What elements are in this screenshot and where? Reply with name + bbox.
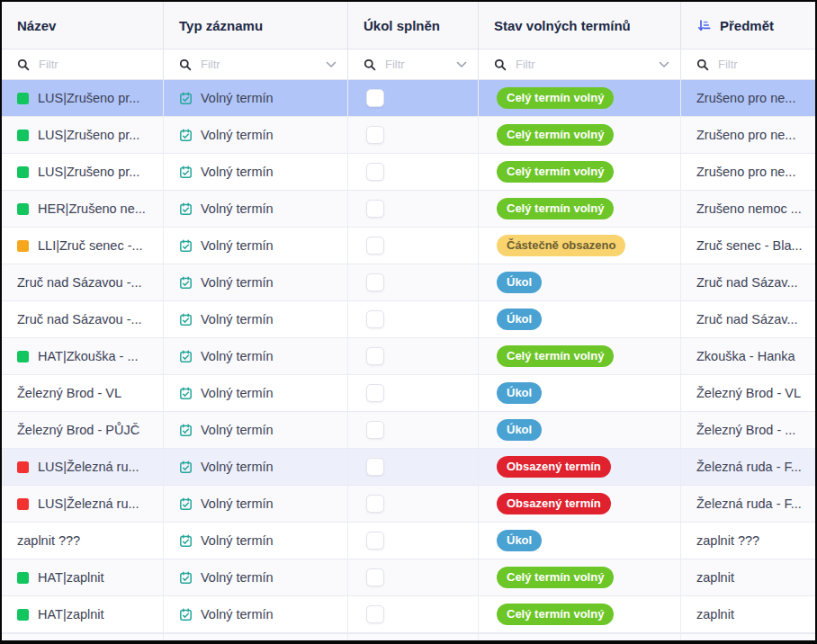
record-subject: Zrušeno pro ne... bbox=[696, 91, 795, 105]
task-checkbox[interactable] bbox=[366, 384, 384, 402]
color-chip bbox=[17, 351, 29, 362]
table-row[interactable]: HER|Zrušeno ne... Volný termín Celý term… bbox=[2, 191, 815, 228]
status-cell: Úkol bbox=[479, 375, 681, 411]
column-header-ukol-splnen[interactable]: Úkol splněn bbox=[348, 2, 479, 49]
task-checkbox[interactable] bbox=[366, 421, 384, 439]
status-cell: Celý termín volný bbox=[479, 80, 681, 116]
task-checkbox[interactable] bbox=[366, 163, 384, 181]
chevron-down-icon[interactable] bbox=[456, 61, 467, 68]
subject-cell: Zrušeno nemoc ... bbox=[681, 191, 815, 227]
task-checkbox[interactable] bbox=[366, 347, 384, 365]
name-cell: LUS|Zrušeno pr... bbox=[2, 80, 164, 116]
status-cell: Obsazený termín bbox=[479, 449, 681, 485]
task-checkbox[interactable] bbox=[366, 273, 384, 291]
type-cell: Volný termín bbox=[164, 301, 348, 337]
search-icon bbox=[696, 58, 709, 71]
task-checkbox[interactable] bbox=[366, 200, 384, 218]
status-badge: Celý termín volný bbox=[497, 198, 614, 219]
table-body: LUS|Zrušeno pr... Volný termín Celý term… bbox=[2, 80, 815, 633]
subject-cell: Železná ruda - F... bbox=[681, 449, 815, 485]
record-name: Zruč nad Sázavou -... bbox=[17, 275, 142, 290]
filter-input-typ-zaznamu[interactable] bbox=[199, 57, 320, 72]
table-row[interactable]: Zruč nad Sázavou -... Volný termín Úkol … bbox=[2, 301, 815, 338]
filter-input-predmet[interactable] bbox=[716, 57, 804, 72]
calendar-check-icon bbox=[179, 571, 193, 585]
column-header-predmet[interactable]: Předmět bbox=[681, 2, 815, 49]
subject-cell: Zruč nad Sázav... bbox=[681, 264, 815, 300]
table-row[interactable]: Zruč nad Sázavou -... Volný termín Úkol … bbox=[2, 264, 815, 301]
task-checkbox[interactable] bbox=[366, 495, 384, 513]
column-header-typ-zaznamu[interactable]: Typ záznamu bbox=[164, 2, 348, 49]
filter-input-ukol-splnen[interactable] bbox=[383, 57, 451, 72]
subject-cell: Železný Brod - ... bbox=[681, 412, 815, 448]
search-icon bbox=[179, 58, 192, 71]
record-subject: Železný Brod - VL bbox=[696, 386, 801, 400]
type-cell: Volný termín bbox=[164, 375, 348, 411]
records-table-window: Název Typ záznamu Úkol splněn Stav volný… bbox=[0, 0, 817, 644]
table-row[interactable]: Železný Brod - VL Volný termín Úkol Žele… bbox=[2, 375, 815, 412]
task-done-cell bbox=[348, 523, 479, 559]
task-checkbox[interactable] bbox=[366, 237, 384, 255]
task-checkbox[interactable] bbox=[366, 458, 384, 476]
chevron-down-icon[interactable] bbox=[326, 61, 337, 68]
table-row[interactable]: Železný Brod - PŮJČ Volný termín Úkol Že… bbox=[2, 412, 815, 449]
record-subject: Zrušeno pro ne... bbox=[696, 165, 795, 179]
type-cell: Volný termín bbox=[164, 338, 348, 374]
task-checkbox[interactable] bbox=[366, 605, 384, 623]
task-done-cell bbox=[348, 449, 479, 485]
table-row[interactable]: zaplnit ??? Volný termín Úkol zaplnit ??… bbox=[2, 523, 815, 559]
status-badge: Úkol bbox=[497, 309, 542, 329]
calendar-check-icon bbox=[179, 276, 193, 290]
task-checkbox[interactable] bbox=[366, 89, 384, 107]
task-done-cell bbox=[348, 80, 479, 116]
task-done-cell bbox=[348, 228, 479, 264]
column-header-label: Název bbox=[17, 18, 56, 33]
search-icon bbox=[364, 58, 376, 71]
table-row[interactable]: HAT|zaplnit Volný termín Celý termín vol… bbox=[2, 559, 815, 596]
name-cell: LUS|Železná ru... bbox=[2, 486, 164, 522]
partial-row bbox=[2, 633, 815, 641]
status-cell: Úkol bbox=[479, 301, 681, 337]
name-cell: Železný Brod - VL bbox=[2, 375, 164, 411]
calendar-check-icon bbox=[179, 534, 193, 548]
record-name: LLI|Zruč senec -... bbox=[38, 238, 143, 253]
status-cell: Celý termín volný bbox=[479, 559, 681, 595]
task-checkbox[interactable] bbox=[366, 310, 384, 328]
record-subject: Zruč senec - Bla... bbox=[696, 238, 803, 253]
table-row[interactable]: LLI|Zruč senec -... Volný termín Částečn… bbox=[2, 228, 815, 264]
column-header-nazev[interactable]: Název bbox=[2, 2, 164, 49]
task-checkbox[interactable] bbox=[366, 532, 384, 550]
record-subject: Zrušeno nemoc ... bbox=[696, 201, 802, 216]
filter-input-nazev[interactable] bbox=[37, 57, 152, 72]
task-checkbox[interactable] bbox=[366, 126, 384, 144]
type-cell: Volný termín bbox=[164, 559, 348, 595]
record-name: Zruč nad Sázavou -... bbox=[17, 312, 142, 326]
table-row[interactable]: LUS|Železná ru... Volný termín Obsazený … bbox=[2, 486, 815, 523]
filter-input-stav[interactable] bbox=[514, 57, 653, 72]
sort-ascending-icon[interactable] bbox=[696, 18, 712, 33]
name-cell: zaplnit ??? bbox=[2, 523, 164, 559]
task-done-cell bbox=[348, 559, 479, 595]
type-cell: Volný termín bbox=[164, 486, 348, 522]
table-row[interactable]: LUS|Zrušeno pr... Volný termín Celý term… bbox=[2, 80, 815, 117]
chevron-down-icon[interactable] bbox=[659, 61, 669, 68]
color-chip bbox=[17, 240, 29, 252]
table-row[interactable]: HAT|zaplnit Volný termín Celý termín vol… bbox=[2, 596, 815, 633]
task-done-cell bbox=[348, 338, 479, 374]
record-type: Volný termín bbox=[201, 349, 274, 363]
table-row[interactable]: LUS|Zrušeno pr... Volný termín Celý term… bbox=[2, 154, 815, 191]
table-row[interactable]: LUS|Železná ru... Volný termín Obsazený … bbox=[2, 449, 815, 486]
filter-cell-ukol-splnen bbox=[348, 49, 479, 79]
color-chip bbox=[17, 609, 29, 621]
column-header-label: Stav volných termínů bbox=[494, 18, 631, 33]
task-checkbox[interactable] bbox=[366, 568, 384, 586]
task-done-cell bbox=[348, 412, 479, 448]
status-cell: Úkol bbox=[479, 264, 681, 300]
column-header-stav-volnych-terminu[interactable]: Stav volných termínů bbox=[479, 2, 681, 49]
record-name: HER|Zrušeno ne... bbox=[38, 201, 146, 216]
record-name: Železný Brod - PŮJČ bbox=[17, 423, 139, 437]
table-row[interactable]: LUS|Zrušeno pr... Volný termín Celý term… bbox=[2, 117, 815, 154]
color-chip bbox=[17, 203, 29, 215]
table-row[interactable]: HAT|Zkouška - ... Volný termín Celý term… bbox=[2, 338, 815, 375]
type-cell: Volný termín bbox=[164, 449, 348, 485]
